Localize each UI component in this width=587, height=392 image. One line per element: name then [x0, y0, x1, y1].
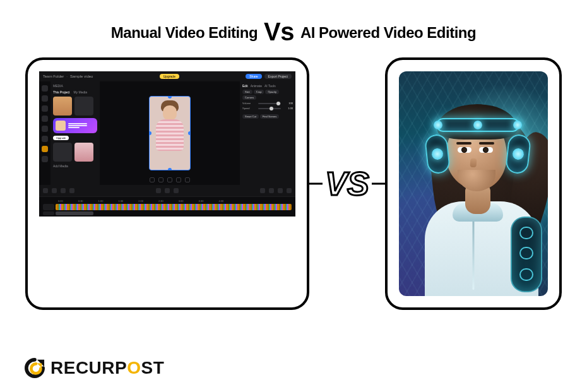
timeline-tool-icon[interactable] — [61, 188, 66, 193]
export-button[interactable]: Export Project — [264, 74, 292, 79]
visor — [436, 118, 519, 132]
prop-chip-crop[interactable]: Crop — [254, 90, 264, 94]
add-media-tile[interactable] — [53, 143, 72, 162]
prop-chip-corners[interactable]: Corners — [242, 95, 256, 100]
time-mark: 2:00 — [138, 199, 143, 203]
clip-subject — [155, 100, 185, 156]
timeline-tool-icon[interactable] — [156, 188, 161, 193]
breadcrumb-project: Sample video — [70, 74, 93, 78]
time-mark: 0:30 — [78, 199, 83, 203]
rail-icon[interactable] — [42, 146, 48, 152]
media-tab-my[interactable]: My Media — [73, 90, 87, 94]
promo-card[interactable] — [53, 118, 97, 133]
share-button[interactable]: Share — [246, 74, 261, 79]
preview-tool-icon[interactable] — [167, 177, 172, 182]
audio-track[interactable] — [43, 211, 292, 215]
timeline-tool-icon[interactable] — [52, 188, 57, 193]
rail-icon[interactable] — [42, 85, 48, 92]
time-mark: 0:00 — [58, 199, 63, 203]
timeline-tool-icon[interactable] — [269, 188, 274, 193]
comparison-row: Team Folder · Sample video Upgrade Share… — [0, 57, 587, 310]
media-thumbnail[interactable] — [74, 97, 93, 116]
track-header-icon[interactable] — [43, 204, 54, 210]
preview-tool-icon[interactable] — [150, 177, 155, 182]
editor-top-bar: Team Folder · Sample video Upgrade Share… — [39, 71, 295, 81]
timeline-tool-icon[interactable] — [165, 188, 170, 193]
video-track[interactable] — [43, 204, 292, 210]
timeline-tool-icon[interactable] — [287, 188, 292, 193]
inspector-tab-edit[interactable]: Edit — [242, 84, 248, 88]
volume-slider[interactable]: Volume 100 — [242, 102, 293, 105]
time-mark: 2:30 — [158, 199, 163, 203]
timeline-tool-icon[interactable] — [69, 188, 74, 193]
prop-chip-opacity[interactable]: Opacity — [265, 90, 279, 94]
resize-handle[interactable] — [188, 131, 191, 135]
panel-manual-editing: Team Folder · Sample video Upgrade Share… — [25, 57, 309, 310]
media-heading: MEDIA — [53, 84, 97, 88]
inspector-panel: Edit Animate AI Tools Size Crop Opacity … — [240, 81, 295, 185]
timeline-tool-icon[interactable] — [278, 188, 283, 193]
upgrade-button[interactable]: Upgrade — [160, 74, 179, 79]
vs-separator: VS — [309, 165, 385, 203]
rail-icon[interactable] — [42, 156, 48, 162]
suit-seam — [473, 214, 475, 290]
left-tool-rail — [39, 81, 50, 185]
preview-tool-icon[interactable] — [158, 177, 163, 182]
time-mark: 1:30 — [118, 199, 123, 203]
resize-handle[interactable] — [168, 168, 172, 170]
promo-upgrade-button[interactable]: Upgrade — [53, 136, 69, 140]
rail-icon[interactable] — [42, 126, 48, 132]
resize-handle[interactable] — [149, 131, 151, 135]
rail-icon[interactable] — [42, 116, 48, 122]
resize-handle[interactable] — [168, 96, 172, 98]
brand-logo: RECURPOST — [23, 358, 164, 378]
prop-chip-size[interactable]: Size — [242, 90, 252, 94]
video-clip[interactable] — [56, 204, 292, 210]
ai-illustration — [399, 71, 548, 296]
breadcrumb-folder: Team Folder — [43, 74, 64, 78]
rail-icon[interactable] — [42, 95, 48, 102]
btn-smart-cut[interactable]: Smart Cut — [242, 114, 259, 119]
timeline-tool-icon[interactable] — [43, 188, 48, 193]
arm-tech-unit — [511, 217, 542, 292]
inspector-tab-ai[interactable]: AI Tools — [264, 84, 276, 88]
rail-icon[interactable] — [42, 105, 48, 112]
media-tab-this[interactable]: This Project — [53, 90, 69, 94]
preview-tool-icon[interactable] — [185, 177, 190, 182]
btn-find-scenes[interactable]: Find Scenes — [260, 114, 279, 119]
vs-label: VS — [323, 165, 371, 203]
selected-clip-frame[interactable] — [149, 96, 191, 170]
slider-value: 1.00 — [283, 107, 293, 110]
timeline-tool-icon[interactable] — [174, 188, 179, 193]
audio-clip[interactable] — [56, 211, 93, 215]
media-panel: MEDIA This Project My Media — [50, 81, 100, 185]
logo-icon — [23, 358, 47, 378]
speed-slider[interactable]: Speed 1.00 — [242, 107, 293, 110]
slider-label: Volume — [242, 102, 256, 105]
preview-tool-icon[interactable] — [176, 177, 181, 182]
promo-avatar — [56, 121, 66, 131]
time-mark: 4:00 — [218, 199, 223, 203]
time-mark: 1:00 — [98, 199, 104, 203]
media-thumbnail[interactable] — [53, 97, 72, 116]
track-header-icon[interactable] — [43, 211, 54, 215]
video-editor-mock: Team Folder · Sample video Upgrade Share… — [39, 71, 295, 217]
preview-canvas[interactable] — [100, 81, 240, 185]
timeline[interactable]: 0:00 0:30 1:00 1:30 2:00 2:30 3:00 3:30 … — [39, 196, 295, 217]
inspector-tab-animate[interactable]: Animate — [251, 84, 262, 88]
media-thumbnail[interactable] — [74, 143, 93, 162]
slider-label: Speed — [242, 107, 256, 110]
timeline-ruler: 0:00 0:30 1:00 1:30 2:00 2:30 3:00 3:30 … — [58, 199, 292, 203]
panel-ai-editing — [385, 57, 562, 310]
add-media-label: Add Media — [53, 164, 97, 168]
page-title: Manual Video Editing Vs AI Powered Video… — [0, 0, 587, 46]
brand-wordmark: RECURPOST — [50, 358, 164, 378]
title-right: AI Powered Video Editing — [300, 24, 476, 41]
timeline-tool-icon[interactable] — [260, 188, 265, 193]
slider-value: 100 — [283, 102, 293, 105]
preview-tools — [150, 177, 190, 182]
rail-icon[interactable] — [42, 136, 48, 142]
title-left: Manual Video Editing — [111, 24, 258, 41]
timeline-toolbar — [39, 185, 295, 196]
time-mark: 3:30 — [199, 199, 204, 203]
